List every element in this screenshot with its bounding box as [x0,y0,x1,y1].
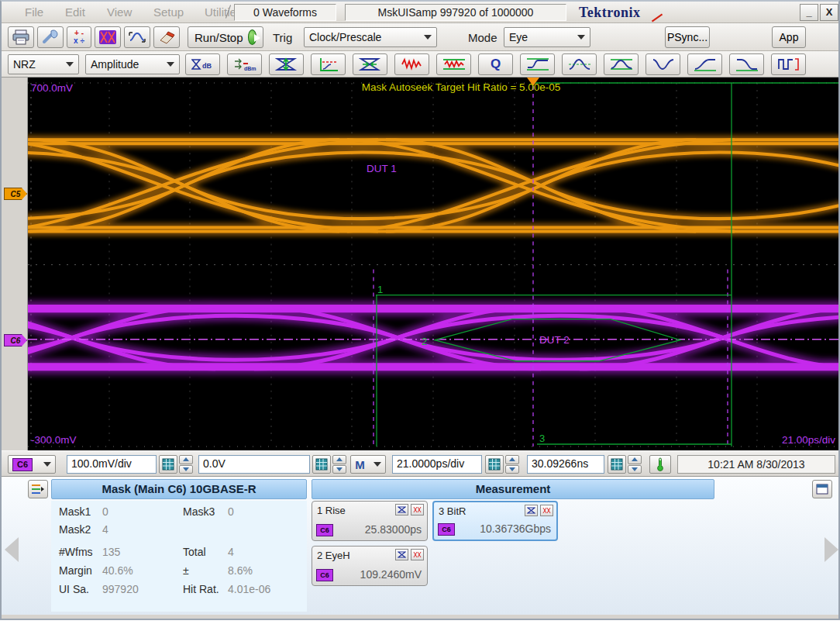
meas-stat-icon[interactable] [525,505,538,516]
channel-marker-strip: C5 C6 [2,78,28,450]
vertical-scale-keypad-button[interactable] [159,455,177,474]
spin-up-button[interactable] [505,455,519,464]
meas-source-badge: C6 [316,569,333,581]
spin-down-button[interactable] [332,465,346,474]
thermometer-icon [655,457,666,471]
menu-edit[interactable]: Edit [65,5,85,19]
datetime-display: 10:21 AM 8/30/2013 [677,455,835,474]
measurement-readout-eyeheight[interactable]: 2 EyeH C6 109.2460mV [312,546,428,586]
arrow-up-icon [183,457,189,461]
crossing-percent-button[interactable] [311,53,346,75]
horizontal-position-field[interactable]: 30.09266ns [527,455,604,474]
psync-button[interactable]: PSync... [665,26,710,48]
mask-statistics: Mask1 0 Mask3 0 Mask2 4 #Wfms 135 Total … [51,501,307,612]
svg-text:dB: dB [202,62,212,70]
meas-value: 10.36736Gbps [480,522,551,535]
menu-view[interactable]: View [107,5,132,19]
measurement-panel-header[interactable]: Measurement [312,479,714,499]
mask-setup-button[interactable] [95,26,121,48]
meas-mask-icon[interactable] [411,504,424,515]
arrow-down-icon [336,467,343,471]
measurement-readout-bitrate[interactable]: 3 BitR C6 10.36736Gbps [432,501,558,541]
clear-data-button[interactable] [153,26,180,48]
waveform-plot[interactable]: 1 2 3 700.0mV -300.0mV 21.00ps/div Mask … [28,78,838,450]
q-factor-button[interactable]: Q [478,53,513,75]
eye-height-icon [275,57,298,72]
spin-down-button[interactable] [628,465,642,474]
float-panel-button[interactable] [812,480,832,498]
scroll-readouts-right-button[interactable] [825,537,838,562]
valley-meas-button[interactable] [645,53,680,75]
mode-select[interactable]: Eye [504,27,590,47]
horizontal-scale-keypad-button[interactable] [485,455,504,474]
trigger-source-select[interactable]: Clock/Prescale [304,27,437,47]
temperature-button[interactable] [649,455,671,474]
measurement-readout-rise[interactable]: 1 Rise C6 25.83000ps [312,501,428,541]
pulse-mid-button[interactable] [604,53,639,75]
keypad-icon [611,458,623,471]
scroll-readouts-left-button[interactable] [5,537,19,562]
window-restore-icon [816,484,828,495]
vertical-offset-keypad-button[interactable] [312,455,331,474]
arrow-down-icon [183,467,189,471]
signal-type-select[interactable]: NRZ [8,54,79,74]
meas-stat-icon[interactable] [395,549,408,560]
vertical-offset-field[interactable]: 0.0V [198,455,310,474]
eraser-icon [157,29,176,45]
scope-app-window: File Edit View Setup Utilities 0 Wavefor… [0,0,840,620]
menu-file[interactable]: File [25,5,43,19]
jitter-rms-button[interactable] [436,53,471,75]
spin-up-button[interactable] [628,455,642,464]
app-button[interactable]: App [772,26,806,48]
mask-row: Mask1 0 Mask3 0 [51,505,307,523]
spin-down-button[interactable] [179,465,193,474]
channel-select-button[interactable]: C6 [8,455,56,474]
spin-down-button[interactable] [505,465,519,474]
vertical-scale-field[interactable]: 100.0mV/div [67,455,157,474]
jitter-rms-icon [442,57,466,72]
meas-mask-icon[interactable] [411,549,424,560]
meas-mask-icon[interactable] [540,505,553,516]
spin-up-button[interactable] [179,455,193,464]
chevron-down-icon [43,462,51,467]
setup-tools-button[interactable] [37,26,64,48]
optical-power-button[interactable]: dBm [227,53,262,75]
close-button[interactable]: X [820,4,838,21]
channel-c5-marker[interactable]: C5 [4,188,27,200]
main-toolbar: + - x ÷ Run/Stop Trig Clo [2,23,838,51]
edge-meas-button[interactable] [687,53,722,75]
meas-source-badge: C6 [316,524,333,536]
meas-value: 25.83000ps [365,523,422,536]
crossing-icon [317,57,340,72]
burst-meas-button[interactable] [771,53,806,75]
horizontal-scale-field[interactable]: 21.0000ps/div [392,455,482,474]
channel-c6-marker[interactable]: C6 [4,334,27,347]
eye-width-button[interactable] [353,53,387,75]
svg-text:3: 3 [539,433,545,444]
print-button[interactable] [8,26,34,48]
extinction-ratio-button[interactable]: dB [185,53,220,75]
eye-height-button[interactable] [269,53,304,75]
amplitude-meas-button[interactable] [520,53,555,75]
meas-stat-icon[interactable] [395,504,408,515]
minimize-button[interactable]: _ [800,4,818,21]
falling-edge-icon [735,57,759,72]
fall-meas-button[interactable] [729,53,764,75]
mask-row: UI Sa. 997920 Hit Rat. 4.01e-06 [51,583,307,601]
jitter-pp-button[interactable] [394,53,429,75]
horizontal-position-keypad-button[interactable] [608,455,626,474]
meas-category-select[interactable]: Amplitude [85,54,180,74]
mask-panel-header[interactable]: Mask (Main C6) 10GBASE-R [51,479,307,499]
math-button[interactable]: + - x ÷ [67,26,91,48]
run-stop-button[interactable]: Run/Stop [188,26,263,48]
timebase-select-button[interactable]: M [350,455,386,474]
readouts-menu-button[interactable] [28,480,48,498]
keypad-icon [488,458,501,471]
menu-setup[interactable]: Setup [153,5,184,19]
autoset-button[interactable] [124,26,150,48]
spin-up-button[interactable] [332,455,346,464]
autoset-waveform-icon [128,29,146,45]
chevron-down-icon [577,35,585,40]
pulse-meas-button[interactable] [562,53,597,75]
wrench-icon [41,29,60,45]
